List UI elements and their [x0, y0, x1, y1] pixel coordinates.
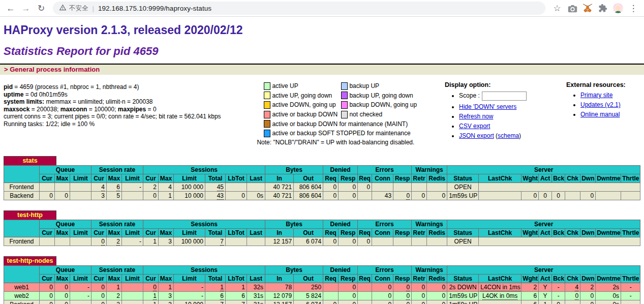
stat-cell: 1	[143, 237, 159, 246]
stat-cell: 0	[91, 300, 107, 304]
row-name-link[interactable]: Frontend	[9, 184, 34, 191]
column-header: Redis	[427, 274, 447, 283]
stat-cell: 2	[107, 237, 122, 246]
stat-cell: 0	[40, 283, 55, 291]
stat-cell	[412, 183, 427, 191]
stat-cell: 5 824	[294, 291, 323, 300]
stat-cell	[565, 191, 580, 200]
back-icon[interactable]: ←	[3, 4, 18, 13]
forward-icon[interactable]: →	[18, 4, 34, 13]
stat-cell: OPEN	[447, 237, 479, 246]
address-bar[interactable]: 不安全 | 192.168.175.10:9999/haproxy-status	[53, 2, 545, 15]
column-header: Bck	[552, 274, 565, 283]
row-name-link[interactable]: Frontend	[9, 238, 34, 245]
stat-cell: 6 074	[294, 237, 323, 246]
metamask-fox-icon[interactable]	[580, 4, 595, 13]
camera-extension-icon[interactable]	[565, 4, 580, 13]
legend-note: Note: "NOLB"/"DRAIN" = UP with load-bala…	[257, 139, 445, 146]
column-header: Chk	[565, 174, 580, 183]
column-header: Cur	[40, 174, 55, 183]
page-title[interactable]: HAProxy version 2.1.3, released 2020/02/…	[4, 23, 644, 37]
column-header: Chk	[565, 274, 580, 283]
row-name-link[interactable]: Backend	[10, 192, 34, 199]
display-option-link[interactable]: Refresh now	[459, 113, 493, 120]
proxy-section-test-http-nodes: test-http-nodesQueueSession rateSessions…	[4, 256, 644, 304]
stat-cell: 1	[143, 300, 159, 304]
status-legend: active UPbackup UPactive UP, going downb…	[254, 81, 445, 146]
column-header: Retr	[412, 228, 427, 237]
bookmark-star-icon[interactable]: ☆	[549, 4, 565, 13]
warning-triangle-icon[interactable]	[59, 4, 67, 13]
external-resource-item: Updates (v2.1)	[580, 101, 644, 108]
stat-cell: 12 079	[265, 291, 294, 300]
row-name-link[interactable]: Backend	[10, 301, 34, 304]
proxy-name-link[interactable]: test-http-nodes	[7, 257, 53, 264]
stat-cell: 1	[159, 191, 174, 200]
stat-cell	[122, 291, 143, 300]
column-group-header: Session rate	[91, 220, 143, 228]
column-group-header: Denied	[323, 165, 358, 174]
column-header: Req	[358, 274, 372, 283]
reload-icon[interactable]: ↻	[34, 4, 49, 13]
stat-cell: 6	[226, 291, 247, 300]
column-group-header: Queue	[40, 165, 91, 174]
column-header: Dwn	[580, 274, 596, 283]
column-group-header: Queue	[40, 265, 91, 274]
stat-cell: L4OK in 0ms	[479, 291, 522, 300]
column-header: Max	[107, 174, 122, 183]
column-header: Cur	[143, 274, 159, 283]
display-option-link[interactable]: CSV export	[459, 123, 490, 130]
stat-cell	[122, 283, 143, 291]
url-text[interactable]: 192.168.175.10:9999/haproxy-status	[98, 5, 211, 12]
display-option-link[interactable]: Hide 'DOWN' servers	[459, 103, 516, 110]
corner-header-cell	[4, 220, 40, 237]
legend-item: backup DOWN, going up	[341, 101, 417, 109]
column-group-header: Queue	[40, 220, 91, 228]
stat-cell: 5	[107, 191, 122, 200]
external-resource-link[interactable]: Primary site	[580, 92, 612, 99]
stat-cell: 0	[40, 291, 55, 300]
row-name-link[interactable]: web2	[14, 292, 29, 299]
stat-cell	[358, 291, 372, 300]
table-row: Frontend46-24100 0004540 721806 604000OP…	[4, 183, 640, 191]
stat-cell: 0	[358, 183, 372, 191]
display-option-link[interactable]: JSON export	[459, 132, 494, 139]
proxy-name-link[interactable]: stats	[22, 157, 37, 164]
row-name-cell: Backend	[4, 300, 40, 304]
stat-cell: 0	[55, 291, 70, 300]
column-header: Limit	[70, 174, 91, 183]
stat-cell	[70, 191, 91, 200]
external-resource-link[interactable]: Updates (v2.1)	[580, 101, 621, 108]
stat-cell	[393, 183, 412, 191]
column-header: LbTot	[226, 274, 247, 283]
external-resource-link[interactable]: Online manual	[580, 111, 620, 118]
row-name-cell: web1	[4, 283, 40, 291]
stat-cell: 2	[143, 183, 159, 191]
menu-dots-icon[interactable]: ⋮	[626, 4, 641, 13]
column-header: Limit	[122, 274, 143, 283]
column-header: In	[265, 174, 294, 183]
column-header: Req	[358, 228, 372, 237]
stat-cell	[479, 183, 640, 191]
stat-cell: 0	[522, 191, 539, 200]
schema-link[interactable]: schema	[498, 132, 519, 139]
row-name-link[interactable]: web1	[14, 284, 29, 291]
stat-cell	[596, 191, 621, 200]
column-header: Resp	[393, 174, 412, 183]
stat-cell: 2	[107, 300, 122, 304]
extensions-puzzle-icon[interactable]	[595, 4, 610, 13]
proxy-name-link[interactable]: test-http	[17, 211, 43, 219]
stat-cell	[55, 183, 70, 191]
stat-cell: -	[122, 183, 143, 191]
legend-label: not checked	[349, 111, 382, 118]
stats-table-stats: QueueSession rateSessionsBytesDeniedErro…	[4, 165, 640, 200]
scope-input[interactable]	[482, 92, 527, 101]
profile-avatar[interactable]	[610, 3, 626, 14]
stat-cell: 6	[205, 291, 226, 300]
legend-label: active or backup DOWN	[272, 111, 338, 118]
stat-cell: 45	[205, 183, 226, 191]
legend-swatch-icon	[264, 92, 270, 99]
column-header: Last	[247, 228, 265, 237]
legend-item: active DOWN, going up	[264, 101, 341, 109]
stat-cell	[55, 237, 70, 246]
